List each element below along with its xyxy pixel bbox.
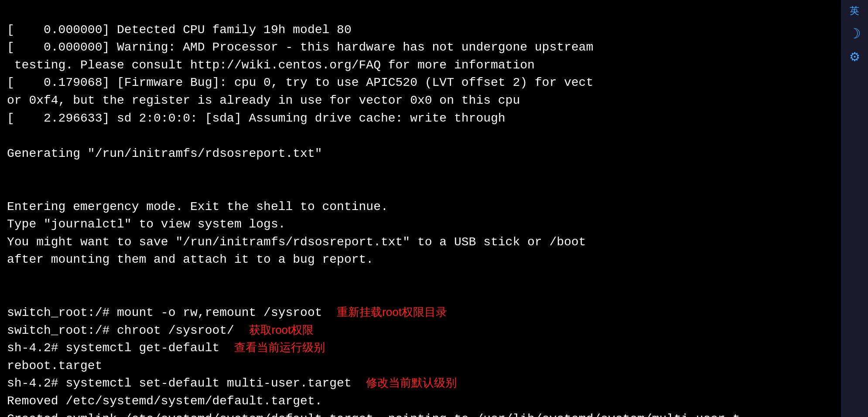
annotation: 获取root权限: [249, 323, 314, 336]
terminal-line: [ 0.179068] [Firmware Bug]: cpu 0, try t…: [7, 74, 861, 92]
terminal-line: reboot.target: [7, 357, 861, 375]
terminal-line: testing. Please consult http://wiki.cent…: [7, 57, 861, 75]
terminal-line: switch_root:/# mount -o rw,remount /sysr…: [7, 304, 861, 322]
terminal-line: Type "journalctl" to view system logs.: [7, 216, 861, 234]
terminal-line: [7, 163, 861, 180]
annotation: 查看当前运行级别: [234, 341, 325, 354]
annotation: 修改当前默认级别: [366, 376, 457, 389]
terminal-line: [7, 287, 861, 305]
terminal-line: Generating "/run/initramfs/rdsosreport.t…: [7, 145, 861, 163]
terminal-line: Removed /etc/systemd/system/default.targ…: [7, 393, 861, 410]
terminal-line: [ 0.000000] Detected CPU family 19h mode…: [7, 21, 861, 39]
terminal-line: switch_root:/# chroot /sysroot/ 获取root权限: [7, 322, 861, 340]
terminal-line: [7, 180, 861, 198]
annotation: 重新挂载root权限目录: [337, 305, 447, 319]
terminal-line: [7, 127, 861, 145]
terminal-line: Entering emergency mode. Exit the shell …: [7, 198, 861, 216]
terminal-line: or 0xf4, but the register is already in …: [7, 92, 861, 110]
terminal-line: sh-4.2# systemctl set-default multi-user…: [7, 375, 861, 393]
terminal-line: [ 0.000000] Warning: AMD Processor - thi…: [7, 39, 861, 57]
terminal-line: Created symlink /etc/systemd/system/defa…: [7, 410, 861, 417]
terminal-output: [ 0.000000] Detected CPU family 19h mode…: [0, 0, 868, 417]
settings-button[interactable]: ⚙: [849, 50, 860, 64]
terminal-line: after mounting them and attach it to a b…: [7, 251, 861, 269]
terminal-line: [7, 269, 861, 287]
theme-button[interactable]: ☽: [848, 25, 861, 42]
terminal-line: sh-4.2# systemctl get-default 查看当前运行级别: [7, 339, 861, 357]
corner-panel: 英 ☽ ⚙: [841, 0, 868, 417]
language-button[interactable]: 英: [850, 4, 859, 17]
terminal-line: You might want to save "/run/initramfs/r…: [7, 234, 861, 251]
terminal-line: [ 2.296633] sd 2:0:0:0: [sda] Assuming d…: [7, 110, 861, 128]
